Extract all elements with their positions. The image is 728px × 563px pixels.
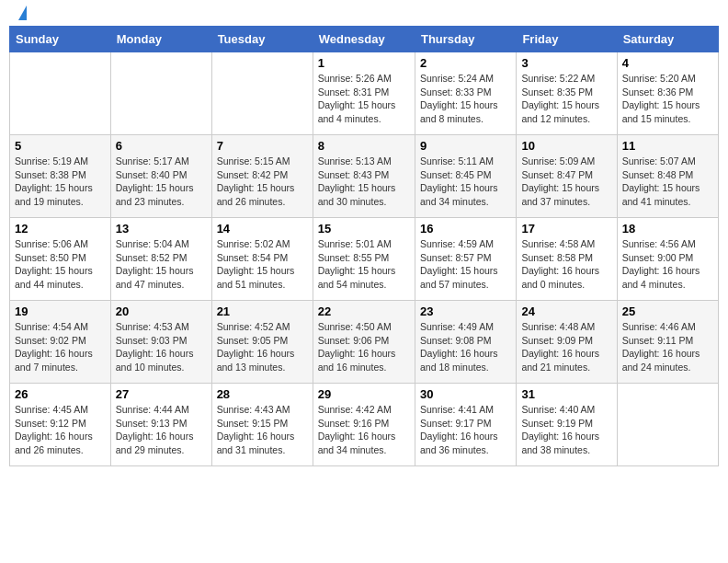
day-number: 18 xyxy=(622,222,713,236)
calendar-cell: 1Sunrise: 5:26 AM Sunset: 8:31 PM Daylig… xyxy=(313,52,415,135)
calendar-cell: 9Sunrise: 5:11 AM Sunset: 8:45 PM Daylig… xyxy=(415,135,516,218)
day-header-sunday: Sunday xyxy=(10,27,111,52)
day-info: Sunrise: 4:56 AM Sunset: 9:00 PM Dayligh… xyxy=(622,237,713,292)
calendar-cell: 8Sunrise: 5:13 AM Sunset: 8:43 PM Daylig… xyxy=(313,135,415,218)
day-number: 29 xyxy=(318,387,410,401)
day-number: 22 xyxy=(318,304,410,318)
calendar-week-row: 12Sunrise: 5:06 AM Sunset: 8:50 PM Dayli… xyxy=(10,218,719,301)
day-number: 21 xyxy=(217,304,308,318)
day-number: 26 xyxy=(15,387,106,401)
calendar-cell xyxy=(211,52,313,135)
day-info: Sunrise: 5:04 AM Sunset: 8:52 PM Dayligh… xyxy=(116,237,207,292)
calendar-cell: 31Sunrise: 4:40 AM Sunset: 9:19 PM Dayli… xyxy=(517,384,617,466)
calendar-header-row: SundayMondayTuesdayWednesdayThursdayFrid… xyxy=(10,27,719,52)
day-number: 31 xyxy=(521,387,611,401)
calendar-cell: 28Sunrise: 4:43 AM Sunset: 9:15 PM Dayli… xyxy=(211,384,313,466)
day-info: Sunrise: 5:22 AM Sunset: 8:35 PM Dayligh… xyxy=(521,72,611,126)
day-number: 30 xyxy=(420,387,511,401)
day-info: Sunrise: 4:45 AM Sunset: 9:12 PM Dayligh… xyxy=(15,403,106,457)
day-number: 2 xyxy=(420,56,511,70)
day-info: Sunrise: 5:20 AM Sunset: 8:36 PM Dayligh… xyxy=(622,72,713,126)
day-info: Sunrise: 5:01 AM Sunset: 8:55 PM Dayligh… xyxy=(318,237,410,292)
day-number: 13 xyxy=(116,222,207,236)
day-info: Sunrise: 4:40 AM Sunset: 9:19 PM Dayligh… xyxy=(521,403,611,457)
day-info: Sunrise: 4:44 AM Sunset: 9:13 PM Dayligh… xyxy=(116,403,207,457)
calendar-week-row: 1Sunrise: 5:26 AM Sunset: 8:31 PM Daylig… xyxy=(10,52,719,135)
day-info: Sunrise: 5:06 AM Sunset: 8:50 PM Dayligh… xyxy=(15,237,106,292)
day-info: Sunrise: 5:17 AM Sunset: 8:40 PM Dayligh… xyxy=(116,155,207,209)
calendar-cell: 23Sunrise: 4:49 AM Sunset: 9:08 PM Dayli… xyxy=(415,301,516,384)
day-number: 4 xyxy=(622,56,713,70)
calendar-week-row: 26Sunrise: 4:45 AM Sunset: 9:12 PM Dayli… xyxy=(10,384,719,466)
day-info: Sunrise: 4:41 AM Sunset: 9:17 PM Dayligh… xyxy=(420,403,511,457)
calendar-cell xyxy=(10,52,111,135)
page-header xyxy=(9,9,719,20)
calendar-table: SundayMondayTuesdayWednesdayThursdayFrid… xyxy=(9,26,719,466)
calendar-cell: 18Sunrise: 4:56 AM Sunset: 9:00 PM Dayli… xyxy=(617,218,718,301)
day-header-saturday: Saturday xyxy=(617,27,718,52)
day-info: Sunrise: 4:48 AM Sunset: 9:09 PM Dayligh… xyxy=(521,320,611,374)
day-number: 17 xyxy=(521,222,611,236)
day-header-thursday: Thursday xyxy=(415,27,516,52)
calendar-cell: 4Sunrise: 5:20 AM Sunset: 8:36 PM Daylig… xyxy=(617,52,718,135)
day-number: 19 xyxy=(15,304,106,318)
calendar-cell: 30Sunrise: 4:41 AM Sunset: 9:17 PM Dayli… xyxy=(415,384,516,466)
day-info: Sunrise: 4:42 AM Sunset: 9:16 PM Dayligh… xyxy=(318,403,410,457)
day-number: 11 xyxy=(622,139,713,153)
calendar-cell: 2Sunrise: 5:24 AM Sunset: 8:33 PM Daylig… xyxy=(415,52,516,135)
calendar-cell: 25Sunrise: 4:46 AM Sunset: 9:11 PM Dayli… xyxy=(617,301,718,384)
calendar-cell: 17Sunrise: 4:58 AM Sunset: 8:58 PM Dayli… xyxy=(517,218,617,301)
calendar-cell: 14Sunrise: 5:02 AM Sunset: 8:54 PM Dayli… xyxy=(211,218,313,301)
day-number: 16 xyxy=(420,222,511,236)
calendar-cell: 7Sunrise: 5:15 AM Sunset: 8:42 PM Daylig… xyxy=(211,135,313,218)
day-number: 9 xyxy=(420,139,511,153)
calendar-cell: 24Sunrise: 4:48 AM Sunset: 9:09 PM Dayli… xyxy=(517,301,617,384)
day-number: 23 xyxy=(420,304,511,318)
day-info: Sunrise: 4:58 AM Sunset: 8:58 PM Dayligh… xyxy=(521,237,611,292)
day-number: 27 xyxy=(116,387,207,401)
day-number: 12 xyxy=(15,222,106,236)
day-number: 20 xyxy=(116,304,207,318)
calendar-week-row: 5Sunrise: 5:19 AM Sunset: 8:38 PM Daylig… xyxy=(10,135,719,218)
day-number: 28 xyxy=(217,387,308,401)
calendar-cell: 22Sunrise: 4:50 AM Sunset: 9:06 PM Dayli… xyxy=(313,301,415,384)
day-number: 6 xyxy=(116,139,207,153)
day-number: 1 xyxy=(318,56,410,70)
calendar-cell: 11Sunrise: 5:07 AM Sunset: 8:48 PM Dayli… xyxy=(617,135,718,218)
logo xyxy=(13,9,27,20)
day-header-wednesday: Wednesday xyxy=(313,27,415,52)
day-info: Sunrise: 4:46 AM Sunset: 9:11 PM Dayligh… xyxy=(622,320,713,374)
day-number: 7 xyxy=(217,139,308,153)
day-number: 10 xyxy=(521,139,611,153)
calendar-cell: 6Sunrise: 5:17 AM Sunset: 8:40 PM Daylig… xyxy=(110,135,211,218)
day-info: Sunrise: 5:02 AM Sunset: 8:54 PM Dayligh… xyxy=(217,237,308,292)
day-info: Sunrise: 5:07 AM Sunset: 8:48 PM Dayligh… xyxy=(622,155,713,209)
calendar-cell: 29Sunrise: 4:42 AM Sunset: 9:16 PM Dayli… xyxy=(313,384,415,466)
calendar-week-row: 19Sunrise: 4:54 AM Sunset: 9:02 PM Dayli… xyxy=(10,301,719,384)
day-info: Sunrise: 5:26 AM Sunset: 8:31 PM Dayligh… xyxy=(318,72,410,126)
calendar-cell: 27Sunrise: 4:44 AM Sunset: 9:13 PM Dayli… xyxy=(110,384,211,466)
day-info: Sunrise: 4:49 AM Sunset: 9:08 PM Dayligh… xyxy=(420,320,511,374)
day-number: 14 xyxy=(217,222,308,236)
day-number: 5 xyxy=(15,139,106,153)
day-info: Sunrise: 5:13 AM Sunset: 8:43 PM Dayligh… xyxy=(318,155,410,209)
day-header-monday: Monday xyxy=(110,27,211,52)
day-info: Sunrise: 4:52 AM Sunset: 9:05 PM Dayligh… xyxy=(217,320,308,374)
day-number: 15 xyxy=(318,222,410,236)
calendar-cell: 19Sunrise: 4:54 AM Sunset: 9:02 PM Dayli… xyxy=(10,301,111,384)
day-info: Sunrise: 5:11 AM Sunset: 8:45 PM Dayligh… xyxy=(420,155,511,209)
calendar-cell: 15Sunrise: 5:01 AM Sunset: 8:55 PM Dayli… xyxy=(313,218,415,301)
day-number: 3 xyxy=(521,56,611,70)
calendar-cell: 10Sunrise: 5:09 AM Sunset: 8:47 PM Dayli… xyxy=(517,135,617,218)
logo-triangle-icon xyxy=(18,6,27,20)
calendar-cell xyxy=(110,52,211,135)
calendar-cell: 13Sunrise: 5:04 AM Sunset: 8:52 PM Dayli… xyxy=(110,218,211,301)
day-info: Sunrise: 5:19 AM Sunset: 8:38 PM Dayligh… xyxy=(15,155,106,209)
day-info: Sunrise: 5:09 AM Sunset: 8:47 PM Dayligh… xyxy=(521,155,611,209)
calendar-cell: 21Sunrise: 4:52 AM Sunset: 9:05 PM Dayli… xyxy=(211,301,313,384)
day-info: Sunrise: 4:50 AM Sunset: 9:06 PM Dayligh… xyxy=(318,320,410,374)
day-info: Sunrise: 4:54 AM Sunset: 9:02 PM Dayligh… xyxy=(15,320,106,374)
day-header-tuesday: Tuesday xyxy=(211,27,313,52)
day-number: 8 xyxy=(318,139,410,153)
day-info: Sunrise: 4:59 AM Sunset: 8:57 PM Dayligh… xyxy=(420,237,511,292)
